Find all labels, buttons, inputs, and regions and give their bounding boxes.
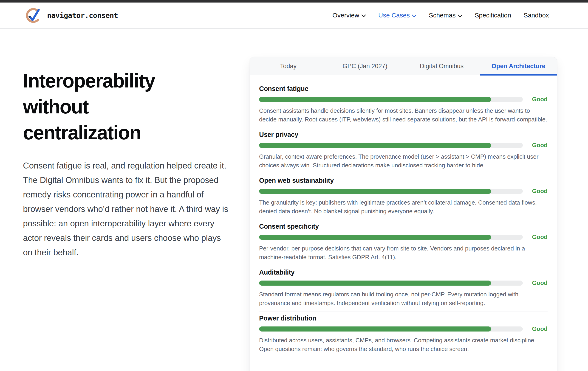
page-title-line: Interoperability — [23, 68, 241, 94]
nav-label: Schemas — [429, 12, 456, 19]
progress-track — [259, 189, 523, 194]
nav-item-use-cases[interactable]: Use Cases — [378, 12, 416, 19]
metric-row-power-distribution: Power distribution Good Distributed acro… — [259, 312, 547, 358]
metric-description: Granular, context-aware preferences. The… — [259, 152, 547, 170]
metric-description: Standard format means regulators can bui… — [259, 290, 547, 307]
rating-badge: Good — [531, 234, 547, 241]
nav-item-sandbox[interactable]: Sandbox — [524, 12, 549, 19]
metric-row-consent-fatigue: Consent fatigue Good Consent assistants … — [259, 82, 547, 128]
scorecard-body: Consent fatigue Good Consent assistants … — [250, 75, 557, 363]
rating-badge: Good — [531, 187, 547, 195]
nav-label: Overview — [332, 12, 359, 19]
progress-track — [259, 97, 523, 102]
metric-description: Consent assistants handle decisions sile… — [259, 106, 547, 124]
brand[interactable]: navigator.consent — [24, 6, 118, 24]
progress-track — [259, 327, 523, 331]
metric-name: Consent specificity — [259, 222, 547, 230]
rating-badge: Good — [531, 279, 547, 287]
progress-fill — [259, 189, 491, 194]
metric-name: Consent fatigue — [259, 84, 547, 93]
progress-track — [259, 235, 523, 240]
metric-description: Per-vendor, per-purpose decisions that c… — [259, 244, 547, 261]
progress-fill — [259, 235, 491, 240]
tab-today[interactable]: Today — [250, 57, 327, 75]
nav-item-specification[interactable]: Specification — [475, 12, 511, 19]
metric-row-user-privacy: User privacy Good Granular, context-awar… — [259, 128, 547, 174]
progress-fill — [259, 280, 491, 286]
rating-badge: Good — [531, 142, 547, 149]
scorecard-summary: Users choose their own consent assistant… — [250, 363, 557, 371]
progress-fill — [259, 97, 491, 102]
tab-open-architecture[interactable]: Open Architecture — [480, 57, 557, 75]
brand-logo-icon — [24, 6, 42, 24]
metric-row-auditability: Auditability Good Standard format means … — [259, 266, 547, 312]
nav-label: Sandbox — [524, 12, 549, 19]
top-window-strip — [0, 0, 588, 2]
nav-label: Specification — [475, 12, 511, 19]
brand-name: navigator.consent — [47, 11, 118, 20]
metric-description: Distributed across users, assistants, CM… — [259, 336, 547, 353]
chevron-down-icon — [361, 13, 366, 17]
progress-track — [259, 280, 523, 286]
metric-name: Open web sustainability — [259, 176, 547, 185]
scorecard: Today GPC (Jan 2027) Digital Omnibus Ope… — [250, 57, 557, 371]
chevron-down-icon — [412, 13, 416, 17]
progress-fill — [259, 327, 491, 331]
main-nav: Overview Use Cases Schemas Specification… — [332, 12, 549, 19]
progress-track — [259, 143, 523, 148]
nav-item-overview[interactable]: Overview — [332, 12, 366, 19]
tab-digital-omnibus[interactable]: Digital Omnibus — [403, 57, 480, 75]
hero: Interoperability without centralization … — [23, 68, 241, 260]
metric-name: Power distribution — [259, 314, 547, 322]
scorecard-tabs: Today GPC (Jan 2027) Digital Omnibus Ope… — [250, 57, 557, 75]
site-header: navigator.consent Overview Use Cases Sch… — [0, 2, 588, 29]
chevron-down-icon — [458, 13, 462, 17]
metric-row-open-web-sustainability: Open web sustainability Good The granula… — [259, 174, 547, 220]
metric-description: The granularity is key: publishers with … — [259, 198, 547, 216]
hero-paragraph: Consent fatigue is real, and regulation … — [23, 158, 231, 260]
progress-fill — [259, 143, 491, 148]
nav-item-schemas[interactable]: Schemas — [429, 12, 462, 19]
rating-badge: Good — [531, 96, 547, 103]
page-title: Interoperability without centralization — [23, 68, 241, 145]
metric-name: Auditability — [259, 268, 547, 276]
metric-row-consent-specificity: Consent specificity Good Per-vendor, per… — [259, 220, 547, 266]
rating-badge: Good — [531, 325, 547, 332]
metric-name: User privacy — [259, 130, 547, 139]
page-title-line: centralization — [23, 120, 241, 145]
tab-gpc-jan-2027[interactable]: GPC (Jan 2027) — [327, 57, 403, 75]
nav-label: Use Cases — [378, 12, 410, 19]
page-title-line: without — [23, 94, 241, 120]
